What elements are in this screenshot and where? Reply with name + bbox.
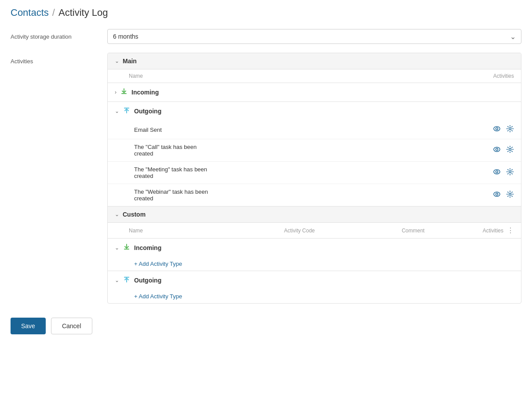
footer-buttons: Save Cancel xyxy=(11,318,521,334)
activity-icons-meeting-task xyxy=(493,168,514,177)
custom-incoming-header[interactable]: ⌄ Incoming xyxy=(108,239,521,257)
eye-icon-webinar-task[interactable] xyxy=(493,190,501,200)
storage-duration-label: Activity storage duration xyxy=(11,33,107,40)
storage-duration-row: Activity storage duration 1 month 3 mont… xyxy=(11,29,521,44)
save-button[interactable]: Save xyxy=(11,318,46,334)
incoming-icon xyxy=(120,87,128,97)
activity-icons-call-task xyxy=(493,145,514,155)
svg-point-0 xyxy=(494,127,500,131)
svg-point-3 xyxy=(494,147,500,152)
activity-name-email-sent: Email Sent xyxy=(134,127,486,133)
storage-duration-select-wrapper[interactable]: 1 month 3 months 6 months 1 year Forever xyxy=(107,29,521,44)
main-section-title: Main xyxy=(123,58,137,65)
main-incoming-header[interactable]: › Incoming xyxy=(108,83,521,101)
svg-point-9 xyxy=(494,192,500,196)
main-incoming-chevron[interactable]: › xyxy=(115,89,117,95)
custom-outgoing-chevron[interactable]: ⌄ xyxy=(115,277,119,283)
breadcrumb-current: Activity Log xyxy=(58,7,108,18)
activity-item-call-task: The "Call" task has beencreated xyxy=(108,139,521,162)
custom-col-menu-icon[interactable]: ⋮ xyxy=(507,226,514,235)
activity-name-webinar-task: The "Webinar" task has beencreated xyxy=(134,188,486,202)
storage-duration-control: 1 month 3 months 6 months 1 year Forever xyxy=(107,29,521,44)
custom-incoming-icon xyxy=(123,243,131,253)
activities-row: Activities ⌄ Main Name Activities › Inco… xyxy=(11,53,521,304)
custom-outgoing-title: Outgoing xyxy=(134,277,161,284)
custom-section-title: Custom xyxy=(123,211,146,218)
activity-icons-webinar-task xyxy=(493,190,514,200)
custom-outgoing-icon xyxy=(123,275,131,285)
storage-duration-select[interactable]: 1 month 3 months 6 months 1 year Forever xyxy=(113,33,516,40)
svg-point-6 xyxy=(494,170,500,174)
activity-item-meeting-task: The "Meeting" task has beencreated xyxy=(108,162,521,184)
main-outgoing-title: Outgoing xyxy=(134,108,161,115)
activities-content: ⌄ Main Name Activities › Incoming xyxy=(107,53,521,304)
breadcrumb: Contacts / Activity Log xyxy=(11,7,521,18)
activity-item-webinar-task: The "Webinar" task has beencreated xyxy=(108,184,521,206)
gear-icon-call-task[interactable] xyxy=(506,145,514,155)
main-section-chevron[interactable]: ⌄ xyxy=(115,58,119,64)
main-incoming-title: Incoming xyxy=(131,89,159,96)
custom-col-activities: Activities xyxy=(483,228,503,234)
main-incoming-section: › Incoming xyxy=(108,83,521,102)
cancel-button[interactable]: Cancel xyxy=(51,318,92,334)
breadcrumb-contacts-link[interactable]: Contacts xyxy=(11,7,49,18)
svg-point-2 xyxy=(509,128,511,130)
custom-table-header: Name Activity Code Comment Activities ⋮ xyxy=(108,223,521,239)
svg-point-8 xyxy=(509,171,511,173)
activity-name-meeting-task: The "Meeting" task has beencreated xyxy=(134,166,486,179)
outgoing-icon xyxy=(123,106,131,116)
custom-incoming-section: ⌄ Incoming + Add Activity Type xyxy=(108,239,521,271)
custom-col-comment: Comment xyxy=(356,228,470,234)
breadcrumb-separator: / xyxy=(52,7,55,18)
add-activity-type-incoming[interactable]: + Add Activity Type xyxy=(108,257,521,271)
custom-outgoing-section: ⌄ Outgoing + Add Activity Type xyxy=(108,271,521,303)
add-activity-type-outgoing-btn[interactable]: + Add Activity Type xyxy=(108,290,189,303)
activity-icons-email-sent xyxy=(493,125,514,134)
activities-label: Activities xyxy=(11,53,107,65)
custom-section-chevron[interactable]: ⌄ xyxy=(115,211,119,217)
custom-col-activity-code: Activity Code xyxy=(243,228,357,234)
main-section-header: ⌄ Main xyxy=(108,53,521,69)
custom-incoming-title: Incoming xyxy=(134,244,161,251)
svg-point-1 xyxy=(496,128,498,130)
activity-name-call-task: The "Call" task has beencreated xyxy=(134,144,486,157)
main-outgoing-section: ⌄ Outgoing Email Sent xyxy=(108,102,521,206)
gear-icon-webinar-task[interactable] xyxy=(506,190,514,200)
add-activity-type-outgoing[interactable]: + Add Activity Type xyxy=(108,290,521,303)
custom-incoming-chevron[interactable]: ⌄ xyxy=(115,245,119,251)
svg-point-7 xyxy=(496,171,498,173)
main-col-activities: Activities xyxy=(470,73,514,79)
svg-point-11 xyxy=(509,193,511,196)
eye-icon-email-sent[interactable] xyxy=(493,125,501,134)
main-outgoing-header[interactable]: ⌄ Outgoing xyxy=(108,102,521,120)
main-outgoing-chevron[interactable]: ⌄ xyxy=(115,108,119,114)
custom-col-name: Name xyxy=(129,228,243,234)
svg-point-5 xyxy=(509,148,511,151)
svg-point-10 xyxy=(496,193,498,196)
main-col-name: Name xyxy=(129,73,470,79)
activity-item-email-sent: Email Sent xyxy=(108,120,521,139)
gear-icon-email-sent[interactable] xyxy=(506,125,514,134)
eye-icon-call-task[interactable] xyxy=(493,145,501,155)
main-table-header: Name Activities xyxy=(108,69,521,83)
svg-point-4 xyxy=(496,148,498,151)
custom-section-header: ⌄ Custom xyxy=(108,206,521,223)
gear-icon-meeting-task[interactable] xyxy=(506,168,514,177)
add-activity-type-incoming-btn[interactable]: + Add Activity Type xyxy=(108,257,189,271)
custom-outgoing-header[interactable]: ⌄ Outgoing xyxy=(108,271,521,290)
eye-icon-meeting-task[interactable] xyxy=(493,168,501,177)
